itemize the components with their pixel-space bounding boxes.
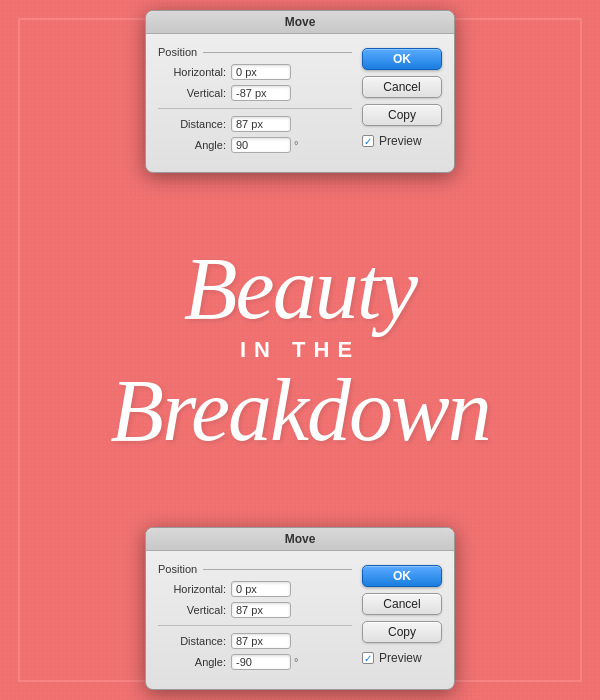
angle-row-top: Angle: °: [158, 137, 352, 153]
distance-input-top[interactable]: [231, 116, 291, 132]
distance-row-top: Distance:: [158, 116, 352, 132]
move-dialog-top: Move Position Horizontal: Vertical: Dist…: [145, 10, 455, 173]
cancel-button-bottom[interactable]: Cancel: [362, 593, 442, 615]
dialog-bottom-left: Position Horizontal: Vertical: Distance:…: [158, 563, 352, 675]
horizontal-row-top: Horizontal:: [158, 64, 352, 80]
preview-checkbox-top[interactable]: ✓: [362, 135, 374, 147]
dialog-top-right: OK Cancel Copy ✓ Preview: [362, 46, 442, 158]
ok-button-top[interactable]: OK: [362, 48, 442, 70]
copy-button-bottom[interactable]: Copy: [362, 621, 442, 643]
horizontal-label-bottom: Horizontal:: [158, 583, 226, 595]
dialog-bottom-titlebar: Move: [146, 528, 454, 551]
position-section-label-bottom: Position: [158, 563, 352, 575]
horizontal-row-bottom: Horizontal:: [158, 581, 352, 597]
angle-unit-bottom: °: [294, 656, 298, 668]
horizontal-input-bottom[interactable]: [231, 581, 291, 597]
distance-row-bottom: Distance:: [158, 633, 352, 649]
breakdown-text: Breakdown: [0, 367, 600, 455]
angle-label-top: Angle:: [158, 139, 226, 151]
dialog-top-left: Position Horizontal: Vertical: Distance:…: [158, 46, 352, 158]
angle-row-bottom: Angle: °: [158, 654, 352, 670]
preview-checkbox-bottom[interactable]: ✓: [362, 652, 374, 664]
divider-top: [158, 108, 352, 109]
copy-button-top[interactable]: Copy: [362, 104, 442, 126]
preview-row-top: ✓ Preview: [362, 134, 442, 148]
angle-label-bottom: Angle:: [158, 656, 226, 668]
canvas: Beauty IN THE Breakdown Move Position Ho…: [0, 0, 600, 700]
position-section-label-top: Position: [158, 46, 352, 58]
dialog-top-titlebar: Move: [146, 11, 454, 34]
dialog-bottom-body: Position Horizontal: Vertical: Distance:…: [146, 551, 454, 689]
vertical-input-top[interactable]: [231, 85, 291, 101]
ok-button-bottom[interactable]: OK: [362, 565, 442, 587]
vertical-row-top: Vertical:: [158, 85, 352, 101]
dialog-bottom-right: OK Cancel Copy ✓ Preview: [362, 563, 442, 675]
angle-input-bottom[interactable]: [231, 654, 291, 670]
in-the-text: IN THE: [0, 337, 600, 363]
distance-input-bottom[interactable]: [231, 633, 291, 649]
text-overlay: Beauty IN THE Breakdown: [0, 245, 600, 455]
distance-label-bottom: Distance:: [158, 635, 226, 647]
distance-label-top: Distance:: [158, 118, 226, 130]
move-dialog-bottom: Move Position Horizontal: Vertical: Dist…: [145, 527, 455, 690]
vertical-label-bottom: Vertical:: [158, 604, 226, 616]
dialog-top-body: Position Horizontal: Vertical: Distance:…: [146, 34, 454, 172]
preview-label-bottom: Preview: [379, 651, 422, 665]
cancel-button-top[interactable]: Cancel: [362, 76, 442, 98]
horizontal-label-top: Horizontal:: [158, 66, 226, 78]
angle-unit-top: °: [294, 139, 298, 151]
vertical-input-bottom[interactable]: [231, 602, 291, 618]
divider-bottom: [158, 625, 352, 626]
beauty-text: Beauty: [0, 245, 600, 333]
horizontal-input-top[interactable]: [231, 64, 291, 80]
preview-row-bottom: ✓ Preview: [362, 651, 442, 665]
vertical-row-bottom: Vertical:: [158, 602, 352, 618]
angle-input-top[interactable]: [231, 137, 291, 153]
preview-label-top: Preview: [379, 134, 422, 148]
vertical-label-top: Vertical:: [158, 87, 226, 99]
